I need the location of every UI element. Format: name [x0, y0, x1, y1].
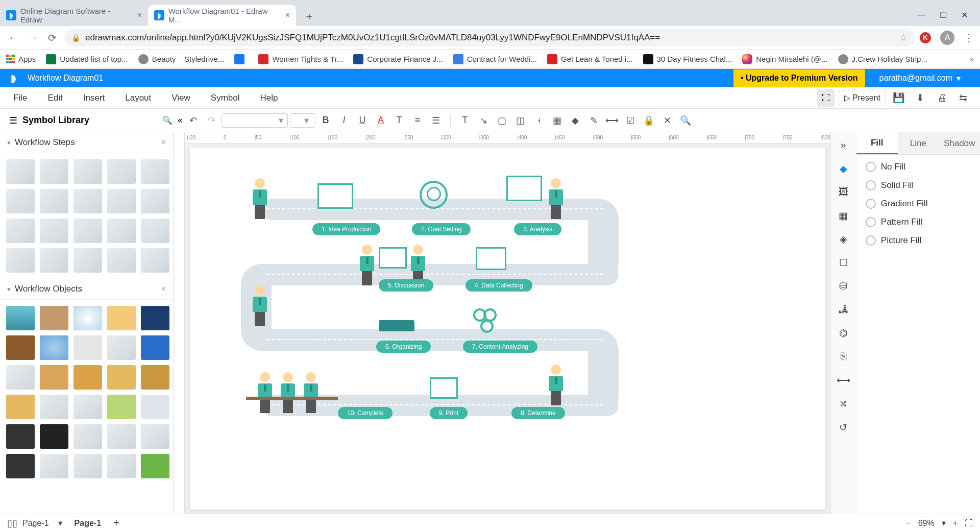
present-button[interactable]: ▷Present: [839, 90, 886, 106]
menu-help[interactable]: Help: [250, 87, 288, 109]
grid-tool-icon[interactable]: ▦: [836, 208, 851, 223]
radio-picture-fill[interactable]: Picture Fill: [866, 235, 971, 246]
pen-icon[interactable]: ✎: [585, 112, 602, 129]
italic-icon[interactable]: I: [336, 112, 352, 129]
url-field[interactable]: 🔒 edrawmax.com/online/app.html?y0/KUjV2K…: [64, 29, 915, 46]
new-tab-button[interactable]: +: [300, 8, 318, 26]
shape-item[interactable]: [40, 219, 68, 243]
shape-item[interactable]: [107, 159, 136, 184]
shape-item[interactable]: [141, 248, 169, 273]
section-workflow-steps[interactable]: ▾ Workflow Steps ×: [0, 132, 173, 153]
shape-item[interactable]: [141, 306, 169, 330]
shape-item[interactable]: [74, 365, 102, 390]
print-icon[interactable]: 🖨: [933, 89, 950, 107]
browser-tab[interactable]: ◗ Online Diagram Software - Edraw ×: [0, 5, 148, 26]
shape-item[interactable]: [107, 365, 136, 390]
fit-screen-icon[interactable]: ⛶: [965, 519, 973, 528]
save-icon[interactable]: 💾: [890, 89, 908, 107]
fullscreen-icon[interactable]: ⛶: [817, 89, 835, 107]
line-style-icon[interactable]: ⟷: [604, 112, 620, 129]
shape-item[interactable]: [6, 454, 35, 478]
tools-icon[interactable]: ✕: [659, 112, 675, 129]
search-icon[interactable]: 🔍: [162, 115, 173, 125]
upgrade-button[interactable]: • Upgrade to Premium Version: [733, 69, 865, 87]
step-label[interactable]: 9. Print: [430, 407, 468, 419]
shape-item[interactable]: [40, 365, 68, 390]
printer-icon[interactable]: [430, 377, 458, 399]
minimize-icon[interactable]: —: [917, 10, 925, 20]
shape-item[interactable]: [74, 395, 102, 419]
shape-item[interactable]: [40, 395, 68, 419]
shape-item[interactable]: [107, 189, 136, 213]
shape-item[interactable]: [74, 454, 102, 478]
shape-item[interactable]: [141, 335, 169, 360]
forward-button[interactable]: →: [26, 31, 40, 45]
close-section-icon[interactable]: ×: [161, 138, 166, 147]
profile-avatar[interactable]: A: [940, 31, 954, 45]
shape-item[interactable]: [40, 335, 68, 360]
step-label[interactable]: 4. Data Collecting: [465, 279, 532, 292]
redo-icon[interactable]: ↷: [203, 112, 219, 129]
target-icon[interactable]: [420, 181, 448, 209]
search-canvas-icon[interactable]: 🔍: [677, 112, 694, 129]
undo-icon[interactable]: ↶: [185, 112, 201, 129]
shape-item[interactable]: [6, 219, 35, 243]
fill-icon[interactable]: ◆: [567, 112, 583, 129]
bookmark-item[interactable]: 30 Day Fitness Chal...: [643, 54, 732, 64]
ruler-tool-icon[interactable]: ⟷: [836, 372, 851, 388]
step-label[interactable]: 10. Complete: [338, 407, 393, 419]
font-select[interactable]: ▾: [222, 113, 288, 128]
shape-item[interactable]: [107, 335, 136, 360]
text-icon[interactable]: T: [391, 112, 407, 129]
bold-icon[interactable]: B: [317, 112, 334, 129]
font-color-icon[interactable]: A: [373, 112, 389, 129]
ungroup-icon[interactable]: ◫: [512, 112, 528, 129]
shape-item[interactable]: [107, 306, 136, 330]
bookmark-item[interactable]: Beauty – Styledrive...: [138, 54, 225, 64]
step-label[interactable]: 2. Goal Setting: [412, 223, 471, 235]
bookmark-item[interactable]: Corporate Finance J...: [353, 54, 443, 64]
tab-fill[interactable]: Fill: [856, 132, 898, 154]
step-label[interactable]: 1. Idea Production: [312, 223, 380, 235]
zoom-out-icon[interactable]: −: [906, 519, 911, 528]
fill-tool-icon[interactable]: ◆: [836, 161, 851, 176]
shape-item[interactable]: [74, 424, 102, 449]
shape-item[interactable]: [40, 159, 68, 184]
screen-icon[interactable]: [379, 247, 407, 269]
shape-item[interactable]: [6, 306, 35, 330]
connector-icon[interactable]: ↘: [475, 112, 492, 129]
lock-icon[interactable]: 🔒: [641, 112, 657, 129]
gears-icon[interactable]: [473, 308, 509, 334]
tab-line[interactable]: Line: [898, 132, 939, 154]
shape-item[interactable]: [40, 189, 68, 213]
bookmarks-overflow-icon[interactable]: »: [970, 55, 974, 63]
image-tool-icon[interactable]: 🖼: [836, 184, 851, 200]
data-tool-icon[interactable]: ⛁: [836, 278, 851, 294]
shape-item[interactable]: [40, 424, 68, 449]
menu-file[interactable]: File: [3, 87, 37, 109]
hierarchy-tool-icon[interactable]: ⌬: [836, 325, 851, 341]
shape-item[interactable]: [6, 159, 35, 184]
download-icon[interactable]: ⬇: [912, 89, 929, 107]
bookmark-item[interactable]: Negin Mirsalehi (@...: [742, 54, 827, 64]
page-tab[interactable]: Page-1: [67, 519, 108, 528]
shape-item[interactable]: [141, 159, 169, 184]
shape-item[interactable]: [74, 219, 102, 243]
bookmark-item[interactable]: Women Tights & Tr...: [258, 54, 343, 64]
step-label[interactable]: 6. Organizing: [376, 341, 431, 353]
picture-tool-icon[interactable]: 🏞: [836, 302, 851, 317]
shape-item[interactable]: [40, 306, 68, 330]
menu-layout[interactable]: Layout: [115, 87, 161, 109]
doc-icon[interactable]: [317, 183, 353, 209]
zoom-dropdown-icon[interactable]: ▾: [942, 518, 946, 528]
close-icon[interactable]: ×: [285, 11, 290, 20]
pages-icon[interactable]: ▯▯: [7, 518, 17, 529]
shape-item[interactable]: [141, 454, 169, 478]
router-icon[interactable]: [379, 320, 414, 331]
radio-pattern-fill[interactable]: Pattern Fill: [866, 217, 971, 227]
history-tool-icon[interactable]: ↺: [836, 419, 851, 434]
layer-tool-icon[interactable]: ◈: [836, 231, 851, 247]
shape-item[interactable]: [74, 306, 102, 330]
font-size-select[interactable]: ▾: [290, 113, 315, 128]
user-menu[interactable]: paratha@gmail.com▾: [865, 74, 975, 83]
